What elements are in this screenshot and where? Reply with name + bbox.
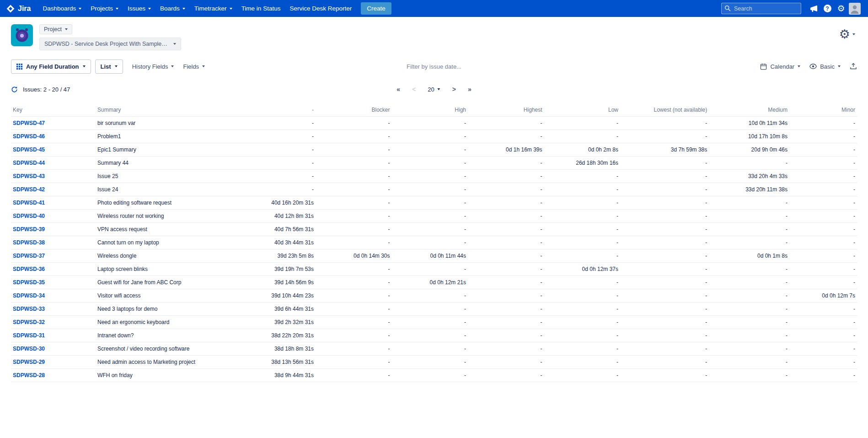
chevron-down-icon bbox=[79, 8, 81, 10]
table-row[interactable]: SDPWSD-35 Guest wifi for Jane from ABC C… bbox=[11, 276, 857, 289]
issue-key-link[interactable]: SDPWSD-39 bbox=[13, 226, 45, 233]
issue-key-link[interactable]: SDPWSD-45 bbox=[13, 146, 45, 153]
table-row[interactable]: SDPWSD-39 VPN access request 40d 7h 56m … bbox=[11, 223, 857, 236]
last-page-button[interactable]: » bbox=[468, 86, 472, 93]
nav-item-issues[interactable]: Issues bbox=[123, 0, 155, 17]
prev-page-button[interactable]: < bbox=[412, 86, 416, 93]
issue-key-link[interactable]: SDPWSD-28 bbox=[13, 372, 45, 379]
issue-key-link[interactable]: SDPWSD-33 bbox=[13, 306, 45, 312]
issue-value: - bbox=[620, 263, 709, 276]
column-header-highest[interactable]: Highest bbox=[468, 103, 544, 117]
issue-key-link[interactable]: SDPWSD-46 bbox=[13, 133, 45, 140]
table-row[interactable]: SDPWSD-42 Issue 24 - - - - - - 33d 20h 1… bbox=[11, 183, 857, 196]
next-page-button[interactable]: > bbox=[452, 86, 456, 93]
search-input[interactable] bbox=[721, 3, 801, 14]
issue-table-body: SDPWSD-47 bir sorunum var - - - - - - 10… bbox=[11, 117, 857, 382]
user-avatar[interactable] bbox=[848, 0, 862, 17]
issue-key-link[interactable]: SDPWSD-47 bbox=[13, 120, 45, 126]
table-row[interactable]: SDPWSD-38 Cannot turn on my laptop 40d 3… bbox=[11, 236, 857, 249]
settings-gear-icon[interactable]: ⚙ bbox=[834, 0, 848, 17]
column-header-low[interactable]: Low bbox=[544, 103, 621, 117]
issue-key-link[interactable]: SDPWSD-34 bbox=[13, 292, 45, 299]
table-row[interactable]: SDPWSD-41 Photo editing software request… bbox=[11, 196, 857, 210]
issue-key-link[interactable]: SDPWSD-31 bbox=[13, 332, 45, 339]
issue-key-link[interactable]: SDPWSD-32 bbox=[13, 319, 45, 325]
view-mode-dropdown[interactable]: Basic bbox=[809, 63, 841, 70]
project-avatar[interactable] bbox=[11, 24, 33, 48]
issue-value: - bbox=[544, 289, 621, 303]
issue-key-link[interactable]: SDPWSD-29 bbox=[13, 359, 45, 365]
page-size-dropdown[interactable]: 20 bbox=[428, 86, 440, 93]
table-row[interactable]: SDPWSD-28 WFH on friday 38d 9h 44m 31s -… bbox=[11, 369, 857, 382]
issue-summary: Laptop screen blinks bbox=[96, 263, 244, 276]
issue-key-link[interactable]: SDPWSD-44 bbox=[13, 160, 45, 166]
page-settings-gear[interactable]: ⚙ bbox=[839, 28, 855, 40]
nav-item-time-in-status[interactable]: Time in Status bbox=[237, 0, 285, 17]
column-header-minor[interactable]: Minor bbox=[789, 103, 857, 117]
help-icon[interactable]: ? bbox=[820, 0, 834, 17]
project-select[interactable]: SDPWSD - Service Desk Project With Sampl… bbox=[39, 38, 181, 50]
issue-summary: VPN access request bbox=[96, 223, 244, 236]
column-header-summary[interactable]: Summary bbox=[96, 103, 244, 117]
column-header-key[interactable]: Key bbox=[11, 103, 96, 117]
refresh-icon[interactable] bbox=[11, 86, 18, 93]
table-row[interactable]: SDPWSD-32 Need an ergonomic keyboard 39d… bbox=[11, 316, 857, 329]
issue-key-link[interactable]: SDPWSD-35 bbox=[13, 279, 45, 286]
jira-logo[interactable]: Jira bbox=[6, 5, 31, 13]
issue-key-link[interactable]: SDPWSD-30 bbox=[13, 346, 45, 352]
issue-key-link[interactable]: SDPWSD-43 bbox=[13, 173, 45, 179]
issue-key-link[interactable]: SDPWSD-41 bbox=[13, 200, 45, 206]
nav-item-boards[interactable]: Boards bbox=[155, 0, 190, 17]
create-button[interactable]: Create bbox=[361, 2, 391, 15]
export-icon[interactable] bbox=[850, 63, 857, 70]
first-page-button[interactable]: « bbox=[396, 86, 400, 93]
calendar-dropdown[interactable]: Calendar bbox=[760, 63, 800, 70]
issue-value: - bbox=[544, 303, 621, 316]
history-fields-dropdown[interactable]: History Fields bbox=[132, 63, 174, 70]
table-row[interactable]: SDPWSD-44 Summary 44 - - - - 26d 18h 30m… bbox=[11, 157, 857, 170]
issue-key-link[interactable]: SDPWSD-40 bbox=[13, 213, 45, 219]
table-row[interactable]: SDPWSD-31 Intranet down? 38d 22h 20m 31s… bbox=[11, 329, 857, 342]
nav-label: Dashboards bbox=[43, 5, 76, 12]
issue-value: - bbox=[392, 210, 468, 223]
table-row[interactable]: SDPWSD-40 Wireless router not working 40… bbox=[11, 210, 857, 223]
table-row[interactable]: SDPWSD-30 Screenshot / video recording s… bbox=[11, 342, 857, 356]
issue-date-filter-input[interactable] bbox=[381, 63, 487, 70]
nav-item-timetracker[interactable]: Timetracker bbox=[190, 0, 237, 17]
chevron-down-icon bbox=[852, 33, 855, 35]
field-duration-dropdown[interactable]: Any Field Duration bbox=[11, 59, 91, 74]
issue-key-link[interactable]: SDPWSD-36 bbox=[13, 266, 45, 272]
table-row[interactable]: SDPWSD-45 Epic1 Summary - - - 0d 1h 16m … bbox=[11, 143, 857, 157]
issue-key-link[interactable]: SDPWSD-42 bbox=[13, 186, 45, 193]
toolbar-right: Calendar Basic bbox=[760, 63, 857, 70]
table-row[interactable]: SDPWSD-29 Need admin access to Marketing… bbox=[11, 356, 857, 369]
table-row[interactable]: SDPWSD-34 Visitor wifi access 39d 10h 44… bbox=[11, 289, 857, 303]
column-header-high[interactable]: High bbox=[392, 103, 468, 117]
nav-item-dashboards[interactable]: Dashboards bbox=[38, 0, 86, 17]
column-header-medium[interactable]: Medium bbox=[709, 103, 789, 117]
column-header-blocker[interactable]: Blocker bbox=[316, 103, 392, 117]
table-row[interactable]: SDPWSD-33 Need 3 laptops for demo 39d 6h… bbox=[11, 303, 857, 316]
issue-value: - bbox=[620, 223, 709, 236]
column-header-none[interactable]: - bbox=[244, 103, 316, 117]
issue-value: - bbox=[392, 316, 468, 329]
table-row[interactable]: SDPWSD-47 bir sorunum var - - - - - - 10… bbox=[11, 117, 857, 130]
issue-value: - bbox=[709, 356, 789, 369]
issue-value: - bbox=[620, 130, 709, 143]
table-row[interactable]: SDPWSD-37 Wireless dongle 39d 23h 5m 8s … bbox=[11, 249, 857, 263]
issue-key-link[interactable]: SDPWSD-37 bbox=[13, 253, 45, 259]
table-row[interactable]: SDPWSD-43 Issue 25 - - - - - - 33d 20h 4… bbox=[11, 170, 857, 183]
column-header-lowest[interactable]: Lowest (not available) bbox=[620, 103, 709, 117]
issue-value: - bbox=[244, 143, 316, 157]
issue-key-link[interactable]: SDPWSD-38 bbox=[13, 239, 45, 246]
fields-dropdown[interactable]: Fields bbox=[183, 63, 205, 70]
nav-item-service-desk-reporter[interactable]: Service Desk Reporter bbox=[285, 0, 356, 17]
nav-item-projects[interactable]: Projects bbox=[86, 0, 123, 17]
table-row[interactable]: SDPWSD-46 Problem1 - - - - - - 10d 17h 1… bbox=[11, 130, 857, 143]
issue-value: - bbox=[244, 157, 316, 170]
view-type-dropdown[interactable]: List bbox=[95, 59, 123, 74]
issue-value: - bbox=[468, 329, 544, 342]
announcement-icon[interactable] bbox=[807, 0, 820, 17]
scope-dropdown[interactable]: Project bbox=[39, 24, 72, 34]
table-row[interactable]: SDPWSD-36 Laptop screen blinks 39d 19h 7… bbox=[11, 263, 857, 276]
